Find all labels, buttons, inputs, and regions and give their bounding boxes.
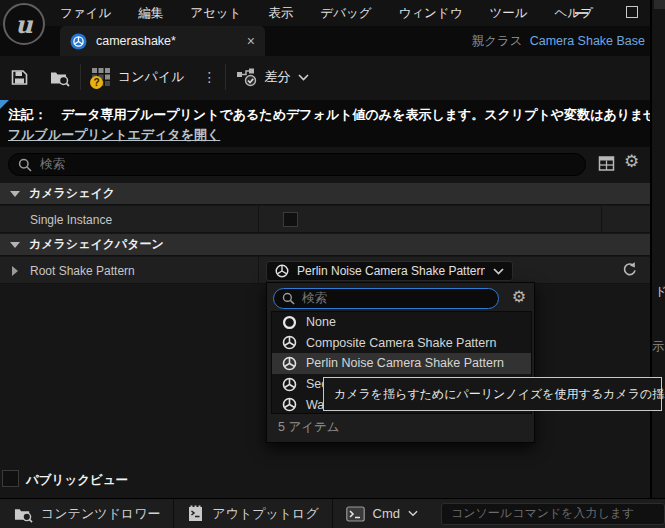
category-title: カメラシェイク xyxy=(29,185,115,202)
output-log-label: アウトプットログ xyxy=(212,505,318,523)
category-title: カメラシェイクパターン xyxy=(29,236,164,253)
root-shake-pattern-row: Root Shake Pattern Perlin Noise Camera S… xyxy=(0,257,650,284)
open-full-blueprint-editor-link[interactable]: フルブループリントエディタを開く xyxy=(8,126,220,144)
compile-options-icon[interactable]: ⋮ xyxy=(195,69,225,85)
dropdown-search-input[interactable]: 検索 xyxy=(273,288,499,309)
folder-search-icon xyxy=(49,68,70,87)
note-prefix: 注記： xyxy=(8,107,47,122)
public-view-label: パブリックビュー xyxy=(26,472,128,489)
right-panel-edge xyxy=(654,0,665,9)
diff-icon xyxy=(236,67,258,87)
save-button[interactable] xyxy=(0,56,39,98)
diff-label: 差分 xyxy=(265,68,291,86)
search-placeholder: 検索 xyxy=(302,290,327,307)
category-camera-shake-pattern[interactable]: カメラシェイクパターン xyxy=(0,234,650,256)
right-panel-sliver: ド 示 xyxy=(650,0,665,498)
chevron-down-icon xyxy=(493,268,504,275)
collapse-arrow-icon xyxy=(10,191,20,197)
tooltip-text: カメラを揺らすためにパーリンノイズを使用するカメラの揺れ。 xyxy=(334,386,665,403)
reset-to-default-icon[interactable] xyxy=(621,261,638,278)
cmd-selector[interactable]: Cmd xyxy=(333,499,431,528)
data-only-note-banner: 注記：データ専用ブループリントであるためデフォルト値のみを表示します。スクリプト… xyxy=(0,100,650,147)
settings-gear-icon[interactable]: ⚙ xyxy=(624,151,639,172)
tab-title: camerashake* xyxy=(96,34,238,48)
search-icon xyxy=(282,292,295,305)
parent-class: 親クラス Camera Shake Base xyxy=(472,26,645,56)
option-label: Perlin Noise Camera Shake Pattern xyxy=(306,356,504,370)
camera-shake-class-icon xyxy=(282,377,297,392)
menu-debug[interactable]: デバッグ xyxy=(320,5,371,22)
option-perlin-noise[interactable]: Perlin Noise Camera Shake Pattern xyxy=(272,353,531,374)
tab-camerashake[interactable]: camerashake* × xyxy=(60,26,265,56)
parent-class-link[interactable]: Camera Shake Base xyxy=(530,34,645,48)
menu-asset[interactable]: アセット xyxy=(190,5,241,22)
collapse-arrow-icon xyxy=(10,242,20,248)
parent-class-label: 親クラス xyxy=(472,33,523,50)
save-icon xyxy=(10,68,29,87)
menu-bar: ファイル 編集 アセット 表示 デバッグ ウィンドウ ツール ヘルプ xyxy=(0,0,650,26)
public-view-checkbox[interactable] xyxy=(2,470,19,487)
class-picker-dropdown: 検索 ⚙ None Composite Camera Shake Pattern xyxy=(266,282,535,443)
option-label: Composite Camera Shake Pattern xyxy=(306,336,496,350)
combobox-value: Perlin Noise Camera Shake Pattern xyxy=(297,264,485,278)
option-label: None xyxy=(306,315,336,329)
option-none[interactable]: None xyxy=(272,312,531,333)
console-command-input[interactable]: コンソールコマンドを入力します xyxy=(441,503,665,525)
unreal-editor-window: ファイル 編集 アセット 表示 デバッグ ウィンドウ ツール ヘルプ u cam… xyxy=(0,0,665,528)
compile-icon: ? xyxy=(91,67,111,87)
unreal-logo-icon: u xyxy=(3,3,45,45)
search-placeholder: 検索 xyxy=(40,156,65,173)
dropdown-item-count: 5 アイテム xyxy=(278,419,340,436)
compile-status-badge: ? xyxy=(90,76,103,89)
terminal-icon xyxy=(346,506,365,522)
option-composite[interactable]: Composite Camera Shake Pattern xyxy=(272,333,531,354)
output-log-button[interactable]: アウトプットログ xyxy=(174,499,331,528)
maximize-icon[interactable] xyxy=(626,6,638,18)
root-shake-pattern-combobox[interactable]: Perlin Noise Camera Shake Pattern xyxy=(266,261,513,281)
camera-shake-class-icon xyxy=(282,335,297,350)
minimize-icon[interactable] xyxy=(575,12,588,14)
blueprint-class-icon xyxy=(70,33,87,50)
display-filter-table-icon[interactable] xyxy=(598,155,615,172)
output-log-icon xyxy=(187,505,204,523)
chevron-down-icon xyxy=(408,510,418,517)
compile-label: コンパイル xyxy=(118,68,185,86)
content-drawer-icon xyxy=(13,505,33,523)
category-camera-shake[interactable]: カメラシェイク xyxy=(0,183,650,205)
content-drawer-button[interactable]: コンテンツドロワー xyxy=(0,499,173,528)
note-text: 注記：データ専用ブループリントであるためデフォルト値のみを表示します。スクリプト… xyxy=(8,106,650,124)
cmd-label: Cmd xyxy=(373,506,400,521)
details-search-row: 検索 ⚙ xyxy=(0,147,650,181)
menu-file[interactable]: ファイル xyxy=(60,5,111,22)
right-panel-glyph: 示 xyxy=(652,338,664,355)
chevron-down-icon xyxy=(298,74,309,81)
diff-button[interactable]: 差分 xyxy=(226,56,319,98)
tab-close-icon[interactable]: × xyxy=(247,34,255,48)
content-drawer-label: コンテンツドロワー xyxy=(41,505,160,523)
property-label: Single Instance xyxy=(30,213,112,227)
menu-window[interactable]: ウィンドウ xyxy=(399,5,463,22)
toolbar: ? コンパイル ⋮ 差分 xyxy=(0,56,650,98)
tooltip: カメラを揺らすためにパーリンノイズを使用するカメラの揺れ。 xyxy=(323,377,662,411)
property-label: Root Shake Pattern xyxy=(30,264,135,278)
option-label: Wa xyxy=(306,398,324,412)
status-bar: コンテンツドロワー アウトプットログ xyxy=(0,498,665,528)
public-view-row: パブリックビュー xyxy=(0,467,650,498)
expand-arrow-icon[interactable] xyxy=(12,266,18,276)
dropdown-settings-gear-icon[interactable]: ⚙ xyxy=(512,287,526,306)
right-panel-glyph: ド xyxy=(655,283,665,300)
search-icon xyxy=(18,158,32,172)
menu-view[interactable]: 表示 xyxy=(268,5,293,22)
menu-edit[interactable]: 編集 xyxy=(138,5,163,22)
single-instance-checkbox[interactable] xyxy=(283,212,298,227)
menu-tools[interactable]: ツール xyxy=(489,5,527,22)
camera-shake-class-icon xyxy=(282,397,297,412)
compile-button[interactable]: ? コンパイル xyxy=(81,56,195,98)
menu-items: ファイル 編集 アセット 表示 デバッグ ウィンドウ ツール ヘルプ xyxy=(60,0,593,26)
details-search-input[interactable]: 検索 xyxy=(8,153,586,176)
console-placeholder: コンソールコマンドを入力します xyxy=(451,505,634,522)
browse-asset-button[interactable] xyxy=(39,56,80,98)
camera-shake-class-icon xyxy=(275,264,289,278)
none-class-icon xyxy=(282,315,297,330)
single-instance-row: Single Instance xyxy=(0,206,650,233)
